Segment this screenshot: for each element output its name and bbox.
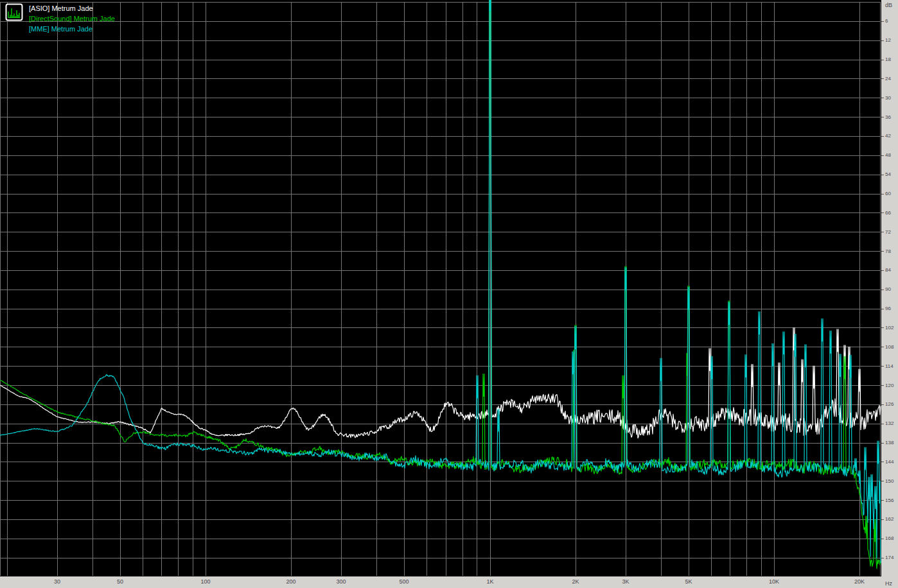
spectrum-plot: [0, 0, 881, 588]
y-tick: [881, 558, 884, 558]
y-tick-label: 72: [885, 230, 891, 235]
y-tick-label: 174: [885, 555, 894, 560]
y-tick: [881, 327, 884, 328]
x-tick-label: 50: [106, 579, 134, 585]
y-tick-label: 138: [885, 440, 894, 445]
y-tick: [881, 78, 884, 79]
y-tick: [881, 270, 884, 271]
y-tick-label: 120: [885, 383, 894, 388]
y-tick-label: 18: [885, 57, 891, 62]
y-tick-label: 54: [885, 172, 891, 177]
y-tick-label: 108: [885, 345, 894, 350]
y-tick: [881, 175, 884, 175]
x-tick-label: 300: [327, 579, 355, 585]
x-tick-label: 500: [390, 579, 418, 585]
x-tick-label: 2K: [561, 579, 590, 585]
x-tick-label: 100: [191, 579, 220, 585]
y-tick: [881, 309, 884, 309]
y-tick-label: 102: [885, 325, 894, 331]
x-axis-strip: 30501002003005001K2K3K5K10K20K: [0, 576, 881, 588]
y-tick-label: 42: [885, 134, 891, 139]
y-tick: [881, 519, 884, 520]
y-tick-label: 90: [885, 287, 891, 292]
y-tick-label: 6: [885, 19, 888, 24]
y-tick: [881, 117, 884, 117]
y-tick: [881, 40, 884, 41]
y-tick-label: 24: [885, 76, 891, 82]
y-tick-label: 78: [885, 249, 891, 254]
x-tick-label: 10K: [760, 579, 788, 585]
x-tick-label: 30: [43, 579, 71, 585]
y-tick-label: 96: [885, 306, 891, 311]
y-tick: [881, 232, 884, 232]
y-tick-label: 156: [885, 498, 894, 503]
legend-item-asio: [ASIO] Metrum Jade: [29, 3, 115, 13]
y-tick: [881, 98, 884, 98]
y-axis-unit-label: dB: [885, 2, 892, 8]
y-tick-label: 30: [885, 96, 891, 101]
y-tick-label: 48: [885, 153, 891, 158]
y-tick: [881, 424, 884, 424]
y-tick-label: 168: [885, 536, 894, 541]
x-axis-unit-label: Hz: [885, 580, 892, 587]
legend-item-mme: [MME] Metrum Jade: [29, 24, 115, 34]
y-tick-label: 150: [885, 479, 894, 484]
y-tick: [881, 385, 884, 386]
x-tick-label: 200: [277, 579, 305, 585]
y-tick: [881, 194, 884, 195]
y-tick-label: 36: [885, 115, 891, 120]
spectrum-analyzer-window: [ASIO] Metrum Jade [DirectSound] Metrum …: [0, 0, 898, 588]
y-tick: [881, 212, 884, 213]
y-tick: [881, 481, 884, 481]
y-tick: [881, 136, 884, 137]
y-tick-label: 162: [885, 517, 894, 522]
x-tick-label: 20K: [845, 579, 874, 585]
y-tick: [881, 366, 884, 367]
y-tick-label: 84: [885, 268, 891, 273]
y-tick: [881, 155, 884, 156]
x-tick-label: 5K: [674, 579, 703, 585]
y-tick: [881, 462, 884, 462]
legend-item-directsound: [DirectSound] Metrum Jade: [29, 13, 115, 24]
y-tick: [881, 60, 884, 60]
trace-directsoundmetrumjade: [0, 0, 881, 569]
y-tick: [881, 290, 884, 290]
y-tick-label: 66: [885, 211, 891, 216]
grid: [0, 2, 881, 576]
legend: [ASIO] Metrum Jade [DirectSound] Metrum …: [5, 3, 115, 34]
y-tick: [881, 404, 884, 405]
y-tick: [881, 500, 884, 501]
y-tick-label: 60: [885, 191, 891, 196]
y-axis-strip: dB Hz 6121824303642485460667278849096102…: [881, 0, 898, 588]
x-tick-label: 3K: [612, 579, 640, 585]
y-tick-label: 144: [885, 460, 894, 465]
y-tick-label: 126: [885, 402, 894, 407]
y-tick: [881, 21, 884, 22]
y-tick-label: 132: [885, 421, 894, 426]
y-tick: [881, 539, 884, 539]
y-tick: [881, 443, 884, 444]
trace-mmemetrumjade: [0, 0, 881, 564]
y-tick-label: 114: [885, 364, 894, 369]
trace-asiometrumjade: [0, 0, 881, 438]
x-tick-label: 1K: [476, 579, 504, 585]
y-tick-label: 12: [885, 38, 891, 43]
mini-spectrum-icon: [5, 3, 23, 21]
y-tick: [881, 347, 884, 347]
y-tick: [881, 251, 884, 252]
